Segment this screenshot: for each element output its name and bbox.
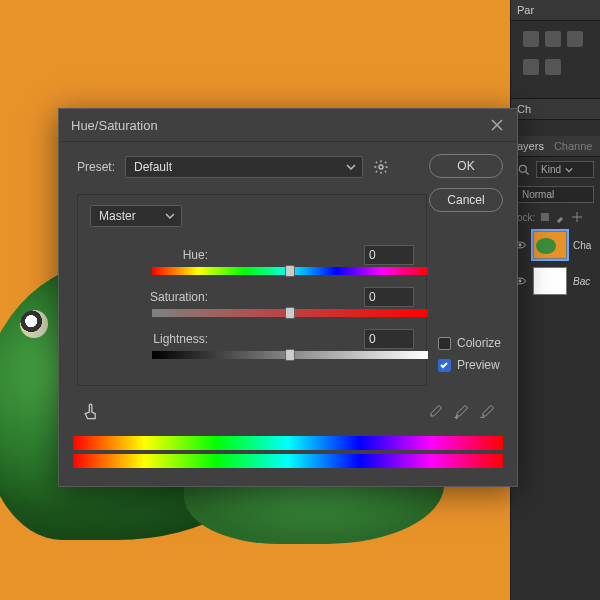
slider-knob[interactable]: [285, 307, 295, 319]
blend-mode-select[interactable]: Normal: [517, 186, 594, 203]
chevron-down-icon: [346, 162, 356, 172]
dialog-title: Hue/Saturation: [71, 118, 158, 133]
layer-filter-kind[interactable]: Kind: [536, 161, 594, 178]
adjustment-group: Master Hue: Saturation: Lightness:: [77, 194, 427, 386]
hue-input[interactable]: [364, 245, 414, 265]
tab-channels[interactable]: Channe: [554, 140, 593, 152]
layer-thumbnail[interactable]: [533, 267, 567, 295]
layer-name: Bac: [573, 276, 590, 287]
check-icon: [439, 360, 449, 370]
tab-paragraph[interactable]: Par: [517, 4, 534, 16]
chevron-down-icon: [165, 211, 175, 221]
lock-label: ock:: [517, 212, 535, 223]
lock-transparent-icon[interactable]: [539, 211, 551, 223]
saturation-label: Saturation:: [90, 290, 208, 304]
preview-checkbox[interactable]: Preview: [438, 358, 501, 372]
saturation-slider[interactable]: [152, 309, 428, 319]
slider-knob[interactable]: [285, 265, 295, 277]
svg-point-0: [519, 165, 526, 172]
align-icon[interactable]: [523, 31, 539, 47]
spectrum-bar-input: [73, 436, 503, 450]
preset-select[interactable]: Default: [125, 156, 363, 178]
saturation-input[interactable]: [364, 287, 414, 307]
align-icon[interactable]: [545, 31, 561, 47]
checkbox-icon: [438, 337, 451, 350]
ok-button[interactable]: OK: [429, 154, 503, 178]
tab-layers[interactable]: ayers: [517, 140, 544, 152]
preview-label: Preview: [457, 358, 500, 372]
svg-point-6: [519, 280, 522, 283]
hue-saturation-dialog: Hue/Saturation OK Cancel Preset: Default…: [58, 108, 518, 487]
brush-icon[interactable]: [555, 211, 567, 223]
svg-line-1: [526, 171, 529, 174]
eyedropper-add-icon[interactable]: [453, 404, 469, 420]
eyedropper-subtract-icon[interactable]: [479, 404, 495, 420]
targeted-adjustment-icon[interactable]: [81, 402, 101, 422]
spectrum-bar-output: [73, 454, 503, 468]
layer-filter-label: Kind: [541, 164, 561, 175]
lightness-input[interactable]: [364, 329, 414, 349]
checkbox-checked-icon: [438, 359, 451, 372]
tab-character[interactable]: Ch: [517, 103, 531, 115]
layer-name: Cha: [573, 240, 591, 251]
align-icon[interactable]: [567, 31, 583, 47]
layer-thumbnail[interactable]: [533, 231, 567, 259]
close-icon[interactable]: [489, 117, 505, 133]
right-panel-dock: Par Ch ayers Channe Kind Normal ock:: [510, 0, 600, 600]
channel-value: Master: [99, 209, 136, 223]
indent-icon[interactable]: [523, 59, 539, 75]
lightness-label: Lightness:: [90, 332, 208, 346]
slider-knob[interactable]: [285, 349, 295, 361]
indent-icon[interactable]: [545, 59, 561, 75]
hue-slider[interactable]: [152, 267, 428, 277]
move-lock-icon[interactable]: [571, 211, 583, 223]
lightness-slider[interactable]: [152, 351, 428, 361]
gear-icon[interactable]: [373, 159, 389, 175]
layer-row-background[interactable]: Bac: [511, 263, 600, 299]
colorize-label: Colorize: [457, 336, 501, 350]
svg-rect-2: [541, 213, 549, 221]
chevron-down-icon: [565, 166, 573, 174]
colorize-checkbox[interactable]: Colorize: [438, 336, 501, 350]
preset-value: Default: [134, 160, 172, 174]
hue-label: Hue:: [90, 248, 208, 262]
layer-row-chameleon[interactable]: Cha: [511, 227, 600, 263]
eyedropper-icon[interactable]: [427, 404, 443, 420]
svg-point-4: [519, 244, 522, 247]
channel-select[interactable]: Master: [90, 205, 182, 227]
svg-point-7: [379, 165, 383, 169]
preset-label: Preset:: [77, 160, 115, 174]
cancel-button[interactable]: Cancel: [429, 188, 503, 212]
search-icon: [517, 163, 531, 177]
